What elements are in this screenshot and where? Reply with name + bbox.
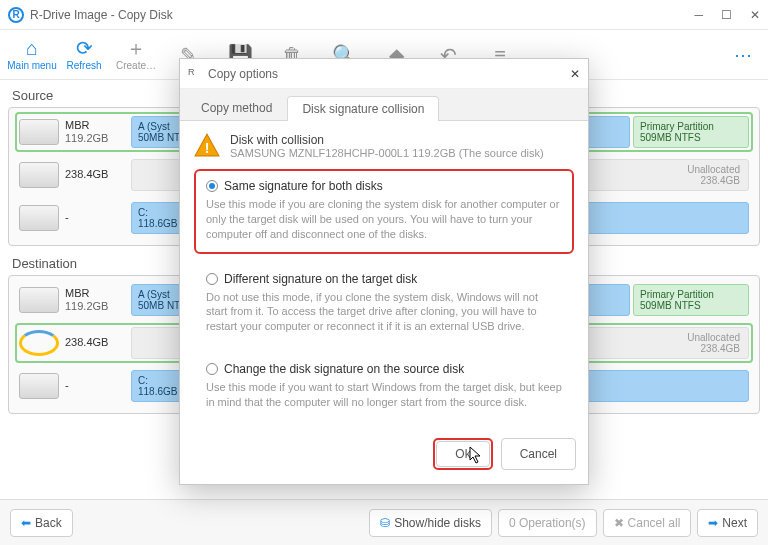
warning-subtitle: SAMSUNG MZNLF128HCHP-000L1 119.2GB (The … bbox=[230, 147, 544, 159]
option-desc: Do not use this mode, if you clone the s… bbox=[206, 290, 562, 335]
option-title: Same signature for both disks bbox=[224, 179, 383, 193]
option-desc: Use this mode if you are cloning the sys… bbox=[206, 197, 562, 242]
close-icon[interactable]: ✕ bbox=[570, 67, 580, 81]
radio-icon[interactable] bbox=[206, 273, 218, 285]
radio-icon[interactable] bbox=[206, 180, 218, 192]
warning-title: Disk with collision bbox=[230, 133, 544, 147]
modal-backdrop: R Copy options ✕ Copy method Disk signat… bbox=[0, 0, 768, 545]
option-different-signature[interactable]: Different signature on the target disk D… bbox=[194, 262, 574, 347]
option-same-signature[interactable]: Same signature for both disks Use this m… bbox=[194, 169, 574, 254]
option-title: Different signature on the target disk bbox=[224, 272, 417, 286]
option-title: Change the disk signature on the source … bbox=[224, 362, 464, 376]
ok-button[interactable]: Ok bbox=[436, 441, 489, 467]
dialog-tabs: Copy method Disk signature collision bbox=[180, 89, 588, 121]
svg-text:!: ! bbox=[205, 140, 210, 156]
tab-signature-collision[interactable]: Disk signature collision bbox=[287, 96, 439, 121]
radio-icon[interactable] bbox=[206, 363, 218, 375]
cancel-button[interactable]: Cancel bbox=[501, 438, 576, 470]
option-desc: Use this mode if you want to start Windo… bbox=[206, 380, 562, 410]
tab-copy-method[interactable]: Copy method bbox=[186, 95, 287, 120]
dialog-title: Copy options bbox=[208, 67, 278, 81]
warning-icon: ! bbox=[194, 133, 220, 157]
option-change-source-signature[interactable]: Change the disk signature on the source … bbox=[194, 352, 574, 422]
copy-options-dialog: R Copy options ✕ Copy method Disk signat… bbox=[179, 58, 589, 485]
app-icon: R bbox=[188, 67, 202, 81]
